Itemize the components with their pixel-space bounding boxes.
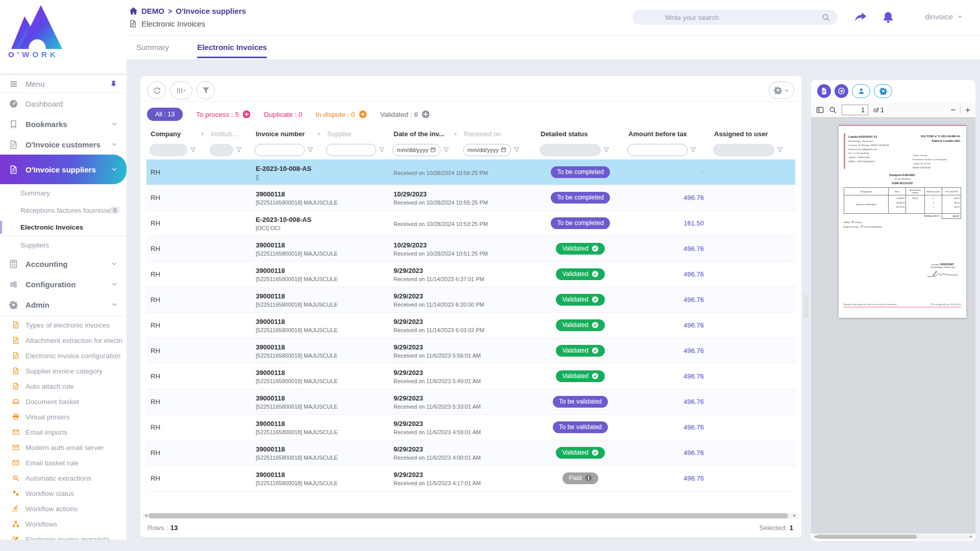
date-filter-input[interactable]: mm/dd/yyyy	[463, 144, 511, 156]
status-tab-to-process-5[interactable]: To process : 5	[196, 110, 251, 118]
sidebar-admin-item-electronic-invoice-configuration[interactable]: Electronic invoice configuration	[0, 348, 127, 363]
open-arrow-icon[interactable]	[835, 84, 848, 98]
status-tab-duplicate-0[interactable]: Duplicate : 0	[264, 111, 302, 118]
table-row[interactable]: RH 39000118[52251165800018] MAJUSCULE 9/…	[146, 313, 795, 338]
filter-button[interactable]	[197, 81, 215, 99]
date-filter-input[interactable]: mm/dd/yyyy	[393, 144, 440, 156]
table-row[interactable]: RH 39000118[52251165800018] MAJUSCULE 9/…	[146, 262, 795, 287]
sidebar-item-admin[interactable]: Admin	[0, 294, 127, 315]
refresh-button[interactable]	[148, 81, 166, 99]
sidebar-admin-item-supplier-invoice-category[interactable]: Supplier invoice category	[0, 363, 127, 379]
panel-resize-handle[interactable]	[803, 295, 808, 317]
cell-amount[interactable]: 496.76	[624, 321, 710, 329]
table-row[interactable]: RH 39000118[52251165800018] MAJUSCULE 9/…	[146, 287, 795, 313]
sidebar-admin-item-workflow-status[interactable]: Workflow status	[0, 486, 127, 501]
scroll-right-icon[interactable]: ►	[793, 513, 797, 519]
cell-amount[interactable]: 496.76	[624, 296, 710, 304]
pdf-search-icon[interactable]	[829, 106, 837, 114]
table-row[interactable]: RH 39000118[52251165800018] MAJUSCULE 9/…	[146, 364, 795, 389]
column-header-amount-before-tax[interactable]: Amount before tax	[624, 130, 710, 138]
user-icon[interactable]	[852, 84, 870, 98]
settings-icon[interactable]	[874, 84, 892, 98]
scrollbar-thumb[interactable]	[817, 535, 917, 539]
column-header-instituti[interactable]: Instituti...	[207, 130, 252, 138]
sidebar-item-o-invoice-customers[interactable]: O'Invoice customers	[0, 134, 127, 155]
zoom-out-button[interactable]: −	[950, 106, 955, 114]
cell-amount[interactable]: 161.50	[624, 219, 710, 227]
cell-amount[interactable]: 496.76	[624, 194, 710, 202]
plus-circle-icon[interactable]	[242, 110, 251, 118]
status-tab-in-dispute-0[interactable]: In dispute : 0	[315, 110, 366, 118]
home-icon[interactable]	[129, 7, 138, 15]
filter-input[interactable]	[326, 144, 376, 156]
column-header-assigned-to-user[interactable]: Assigned to user	[710, 130, 795, 138]
sidebar-admin-item-workflows[interactable]: Workflows	[0, 516, 127, 532]
sidebar-subitem-summary[interactable]: Summary	[0, 184, 127, 202]
tab-summary[interactable]: Summary	[136, 43, 169, 58]
column-header-company[interactable]: Company	[146, 130, 207, 138]
search-icon[interactable]	[822, 13, 830, 21]
cell-amount[interactable]: 496.76	[624, 270, 710, 278]
pdf-icon[interactable]	[817, 84, 831, 98]
sidebar-item-accounting[interactable]: Accounting	[0, 254, 127, 274]
sidebar-item-dashboard[interactable]: Dashboard	[0, 93, 127, 114]
tab-electronic-invoices[interactable]: Electronic Invoices	[197, 43, 267, 58]
zoom-in-button[interactable]: +	[965, 106, 970, 114]
table-row[interactable]: RH E-2023-10-008-AS[] Received on 10/28/…	[146, 160, 795, 185]
sidebar-toggle-icon[interactable]	[816, 106, 824, 114]
column-header-date-of-the-inv[interactable]: Date of the inv...	[389, 130, 460, 138]
cell-amount[interactable]: 496.76	[624, 474, 710, 482]
cell-amount[interactable]: 496.76	[624, 398, 710, 406]
filter-input[interactable]	[255, 144, 305, 156]
pin-icon[interactable]	[110, 80, 117, 88]
sidebar-item-bookmarks[interactable]: Bookmarks	[0, 114, 127, 134]
sidebar-admin-item-virtual-printers[interactable]: Virtual printers	[0, 409, 127, 424]
sidebar-subitem-r-ceptions-factures-fournisseurs[interactable]: Réceptions factures fournisseurs0	[0, 202, 127, 219]
table-row[interactable]: RH 39000118[52251165800018] MAJUSCULE 9/…	[146, 338, 795, 364]
column-header-supplier[interactable]: Supplier	[323, 130, 389, 138]
share-icon[interactable]	[854, 11, 867, 23]
breadcrumb-section[interactable]: O'Invoice suppliers	[176, 7, 246, 15]
column-header-received-on[interactable]: Received on	[460, 130, 536, 138]
column-header-invoice-number[interactable]: Invoice number	[252, 130, 323, 138]
sidebar-item-configuration[interactable]: Configuration	[0, 274, 127, 294]
hamburger-icon[interactable]	[9, 80, 18, 88]
sidebar-admin-item-email-imports[interactable]: Email imports	[0, 424, 127, 440]
user-menu[interactable]: dinvoice	[925, 12, 963, 21]
scroll-left-icon[interactable]: ◄	[144, 513, 148, 519]
page-number-input[interactable]	[842, 105, 868, 115]
sidebar-item-o-invoice-suppliers[interactable]: O'Invoice suppliers	[0, 155, 127, 184]
scrollbar-thumb[interactable]	[149, 513, 788, 518]
sidebar-admin-item-email-basket-rule[interactable]: Email basket rule	[0, 455, 127, 470]
sidebar-subitem-suppliers[interactable]: Suppliers	[0, 236, 127, 254]
pdf-horizontal-scrollbar[interactable]: ◄ ►	[813, 534, 974, 539]
sidebar-admin-item-attachment-extraction-for-electron[interactable]: Attachment extraction for electron	[0, 333, 127, 348]
status-tab-all-13[interactable]: All : 13	[147, 108, 183, 121]
column-header-detailed-status[interactable]: Detailed status	[536, 130, 624, 138]
plus-circle-icon[interactable]	[422, 110, 430, 118]
breadcrumb-home[interactable]: DEMO	[141, 7, 164, 15]
table-row[interactable]: RH 39000118[52251165800018] MAJUSCULE 10…	[146, 236, 795, 262]
status-tab-validated-8[interactable]: Validated : 8	[380, 110, 430, 118]
table-horizontal-scrollbar[interactable]: ◄ ►	[142, 513, 798, 519]
table-row[interactable]: RH E-2023-10-008-AS[OCI] OCI Received on…	[146, 211, 795, 236]
search-input[interactable]	[633, 14, 822, 21]
sidebar-admin-item-workflow-actions[interactable]: Workflow actions	[0, 501, 127, 516]
filter-input[interactable]	[627, 144, 688, 156]
cell-amount[interactable]: 496.76	[624, 347, 710, 355]
sidebar-subitem-electronic-invoices[interactable]: Electronic Invoices	[0, 219, 127, 236]
cell-amount[interactable]: 496.76	[624, 423, 710, 431]
table-settings-button[interactable]	[769, 82, 794, 99]
scroll-right-icon[interactable]: ►	[969, 534, 973, 539]
columns-button[interactable]	[170, 81, 192, 99]
sidebar-admin-item-modern-auth-email-server[interactable]: Modern auth email server	[0, 440, 127, 455]
table-row[interactable]: RH 39000118[52251165800018] MAJUSCULE 10…	[146, 185, 795, 211]
sidebar-admin-item-auto-attach-rule[interactable]: Auto attach rule	[0, 379, 127, 394]
sidebar-admin-item-document-basket[interactable]: Document basket	[0, 394, 127, 409]
bell-icon[interactable]	[882, 11, 894, 23]
sidebar-admin-item-types-of-electronic-invoices[interactable]: Types of electronic invoices	[0, 317, 127, 333]
plus-circle-icon[interactable]	[359, 110, 367, 118]
cell-amount[interactable]: 496.76	[624, 245, 710, 253]
sidebar-admin-item-electronic-invoice-metadata[interactable]: Electronic invoice metadata	[0, 532, 127, 540]
sidebar-admin-item-automatic-extractions[interactable]: Automatic extractions	[0, 470, 127, 486]
